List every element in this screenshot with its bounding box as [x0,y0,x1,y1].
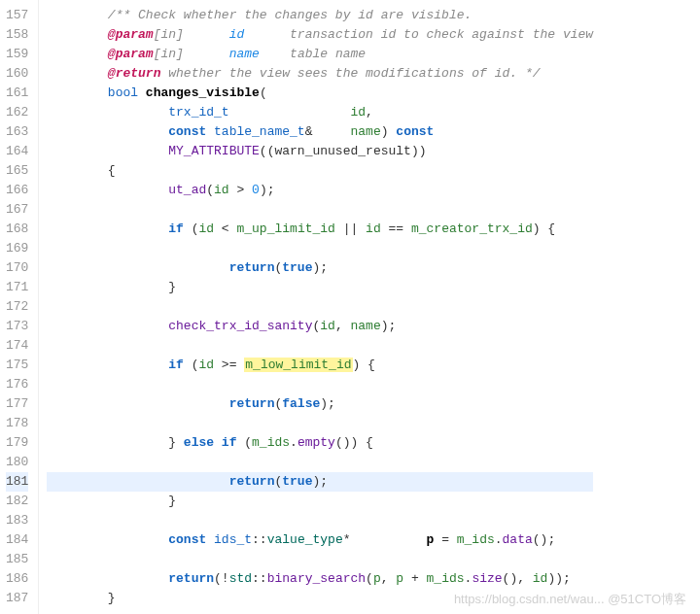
code-line: @return whether the view sees the modifi… [47,64,593,84]
line-number: 170 [6,258,28,278]
code-area[interactable]: /** Check whether the changes by id are … [39,0,593,614]
code-line: return(true); [47,472,593,492]
code-line: check_trx_id_sanity(id, name); [47,317,593,336]
line-number: 180 [6,453,28,472]
code-line: return(true); [47,258,593,278]
line-number: 187 [6,589,28,608]
code-line: bool changes_visible( [47,84,593,103]
line-number: 183 [6,511,28,530]
code-line: return(!std::binary_search(p, p + m_ids.… [47,569,593,589]
code-line: } [47,278,593,297]
code-line: MY_ATTRIBUTE((warn_unused_result)) [47,142,593,161]
code-line [47,336,593,356]
code-line [47,414,593,433]
code-line: trx_id_t id, [47,103,593,122]
line-number: 184 [6,530,28,550]
code-line [47,453,593,472]
code-line: { [47,161,593,181]
line-number: 163 [6,122,28,142]
line-number: 173 [6,317,28,336]
line-number: 165 [6,161,28,181]
line-number: 164 [6,142,28,161]
line-number: 167 [6,200,28,220]
line-number: 171 [6,278,28,297]
code-line: ut_ad(id > 0); [47,181,593,200]
code-line: const ids_t::value_type* p = m_ids.data(… [47,530,593,550]
code-line: if (id >= m_low_limit_id) { [47,356,593,375]
code-line: } [47,589,593,608]
code-line: } else if (m_ids.empty()) { [47,433,593,453]
line-number: 158 [6,25,28,45]
code-line: @param[in] id transaction id to check ag… [47,25,593,45]
line-number: 162 [6,103,28,122]
code-line [47,550,593,569]
code-line: @param[in] name table name [47,45,593,64]
line-number: 172 [6,297,28,317]
line-number: 179 [6,433,28,453]
code-line: return(false); [47,394,593,414]
code-line [47,511,593,530]
line-number-gutter: 1571581591601611621631641651661671681691… [0,0,39,614]
line-number: 186 [6,569,28,589]
line-number: 175 [6,356,28,375]
line-number: 168 [6,220,28,239]
line-number: 161 [6,84,28,103]
line-number: 169 [6,239,28,258]
line-number: 159 [6,45,28,64]
code-line: const table_name_t& name) const [47,122,593,142]
line-number: 182 [6,492,28,511]
line-number: 185 [6,550,28,569]
line-number: 177 [6,394,28,414]
line-number: 178 [6,414,28,433]
code-line: } [47,492,593,511]
code-line: if (id < m_up_limit_id || id == m_creato… [47,220,593,239]
code-line [47,239,593,258]
line-number: 157 [6,6,28,25]
code-line [47,200,593,220]
line-number: 166 [6,181,28,200]
line-number: 174 [6,336,28,356]
line-number: 176 [6,375,28,394]
line-number: 181 [6,472,28,492]
code-line: /** Check whether the changes by id are … [47,6,593,25]
code-line [47,375,593,394]
code-editor: 1571581591601611621631641651661671681691… [0,0,700,614]
line-number: 160 [6,64,28,84]
code-line [47,297,593,317]
